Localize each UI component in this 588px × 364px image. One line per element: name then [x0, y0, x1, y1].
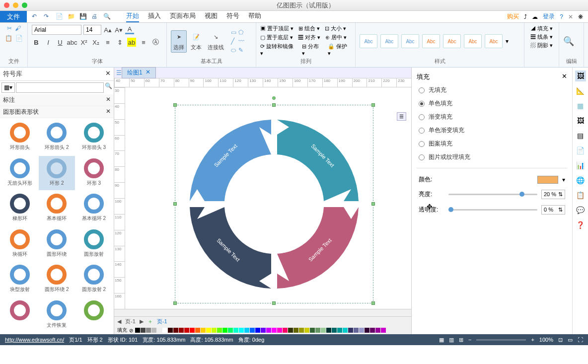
shape-14[interactable]: 圆形放射 2: [76, 262, 112, 297]
pencil-icon[interactable]: ✎: [238, 47, 244, 54]
fill-option-1[interactable]: 单色填充: [417, 97, 567, 110]
fill-option-5[interactable]: 图片或纹理填充: [417, 150, 567, 164]
menu-start[interactable]: 开始: [126, 11, 139, 22]
font-dialog-button[interactable]: Ⓐ: [151, 38, 160, 47]
color-swatch[interactable]: [365, 328, 369, 333]
zoom-slider[interactable]: [476, 339, 526, 341]
document-tab[interactable]: 绘图1✕: [122, 67, 156, 78]
send-back-button[interactable]: ▢ 置于底层 ▾: [260, 34, 293, 41]
cut-icon[interactable]: ✂: [7, 25, 12, 32]
bullets-button[interactable]: ≡: [103, 38, 112, 47]
view-mode-1-icon[interactable]: ▦: [439, 337, 444, 343]
zoom-value[interactable]: 100%: [539, 337, 553, 343]
rect-shape-icon[interactable]: ▭: [231, 29, 236, 36]
preview-icon[interactable]: 🔍: [103, 13, 111, 21]
color-swatch[interactable]: [283, 328, 288, 333]
strike-button[interactable]: abc: [68, 38, 76, 47]
color-swatch[interactable]: [288, 328, 293, 333]
color-swatch[interactable]: [244, 328, 249, 333]
color-swatch[interactable]: [141, 328, 146, 333]
fill-option-3[interactable]: 单色渐变填充: [417, 124, 567, 137]
color-swatch[interactable]: [343, 328, 348, 333]
shape-8[interactable]: 基本循环 2: [76, 191, 112, 226]
oval-shape-icon[interactable]: ⬭: [231, 47, 236, 54]
shadow-button[interactable]: ▨ 阴影 ▾: [530, 42, 553, 49]
color-swatch[interactable]: [337, 328, 342, 333]
text-tool[interactable]: 📝文本: [189, 31, 204, 52]
brightness-slider[interactable]: [448, 194, 537, 195]
new-icon[interactable]: 📄: [56, 13, 64, 21]
font-family-select[interactable]: [32, 25, 81, 35]
menu-view[interactable]: 视图: [205, 11, 218, 22]
paste-icon[interactable]: 📄: [15, 35, 23, 42]
color-swatch[interactable]: [135, 328, 140, 333]
color-swatch[interactable]: [239, 328, 244, 333]
color-swatch[interactable]: [310, 328, 315, 333]
outline-button[interactable]: ☰ 线条 ▾: [530, 33, 553, 41]
color-swatch[interactable]: [315, 328, 320, 333]
line-spacing-button[interactable]: ⇕: [115, 38, 124, 47]
color-swatch[interactable]: [190, 328, 195, 333]
next-page-icon[interactable]: ▶: [140, 318, 144, 325]
library-search-input[interactable]: [16, 82, 104, 93]
color-swatch[interactable]: [277, 328, 282, 333]
library-menu-icon[interactable]: ▦▾: [1, 82, 15, 93]
format-painter-icon[interactable]: 🖌: [15, 25, 21, 32]
action-hint-icon[interactable]: ☰: [397, 112, 406, 121]
file-menu[interactable]: 文件: [0, 11, 27, 22]
align-button[interactable]: ≡: [139, 38, 148, 47]
color-swatch[interactable]: [299, 328, 304, 333]
color-swatch[interactable]: [212, 328, 217, 333]
shape-7[interactable]: 基本循环: [39, 191, 74, 226]
superscript-button[interactable]: X²: [79, 38, 88, 47]
color-swatch[interactable]: [151, 328, 156, 333]
polygon-shape-icon[interactable]: ⬠: [238, 29, 244, 36]
bold-button[interactable]: B: [32, 38, 41, 47]
buy-link[interactable]: 购买: [507, 12, 519, 21]
prev-page-icon[interactable]: ◀: [117, 318, 121, 325]
color-swatch[interactable]: [206, 328, 211, 333]
properties-icon[interactable]: 📋: [575, 190, 586, 201]
page-tab[interactable]: 页-1: [157, 318, 167, 325]
zoom-out-icon[interactable]: −: [468, 337, 471, 343]
menu-help[interactable]: 帮助: [248, 11, 261, 22]
flower-icon[interactable]: ❋: [578, 13, 583, 20]
color-swatch[interactable]: [354, 328, 359, 333]
full-screen-icon[interactable]: ⛶: [578, 337, 583, 343]
increase-font-icon[interactable]: A▴: [103, 25, 112, 34]
connector-tool[interactable]: ↘连接线: [206, 31, 226, 52]
style-preset-3[interactable]: Abc: [401, 34, 419, 48]
highlight-button[interactable]: ab: [127, 38, 136, 47]
color-swatch[interactable]: [381, 328, 386, 333]
color-dropdown-icon[interactable]: ▾: [562, 176, 565, 183]
zoom-in-icon[interactable]: +: [531, 337, 534, 343]
style-more-icon[interactable]: ▾: [506, 38, 509, 45]
fit-width-icon[interactable]: ▭: [568, 337, 573, 343]
brightness-value[interactable]: 20 %⇅: [541, 190, 565, 199]
align-arrange-button[interactable]: ☰ 对齐 ▾: [298, 34, 320, 41]
shape-4[interactable]: 环形 2: [39, 156, 74, 191]
ring-chart-shape[interactable]: Sample Text Sample Text Sample Text Samp…: [185, 115, 364, 293]
style-preset-7[interactable]: Abc: [485, 34, 503, 48]
fill-tab-icon[interactable]: ▦: [575, 100, 586, 111]
help-icon[interactable]: ?: [560, 13, 563, 20]
color-swatch[interactable]: [250, 328, 255, 333]
shape-16[interactable]: 文件恢复: [39, 298, 74, 333]
color-swatch[interactable]: [195, 328, 200, 333]
shape-15[interactable]: [2, 298, 38, 333]
shape-13[interactable]: 圆形环绕 2: [39, 262, 74, 297]
fit-page-icon[interactable]: ⊡: [558, 337, 563, 343]
color-swatch[interactable]: [375, 328, 380, 333]
print-icon[interactable]: 🖨: [91, 13, 99, 21]
protect-button[interactable]: 🔒 保护 ▾: [328, 43, 351, 57]
data-icon[interactable]: 📊: [575, 160, 586, 171]
font-size-select[interactable]: [83, 25, 101, 35]
menu-layout[interactable]: 页面布局: [170, 11, 196, 22]
color-swatch[interactable]: [255, 328, 260, 333]
color-swatch[interactable]: [162, 328, 167, 333]
color-swatch[interactable]: [304, 328, 309, 333]
color-swatch[interactable]: [233, 328, 238, 333]
color-swatch[interactable]: [184, 328, 189, 333]
shape-17[interactable]: [76, 298, 112, 333]
search-icon[interactable]: 🔍: [105, 82, 112, 93]
